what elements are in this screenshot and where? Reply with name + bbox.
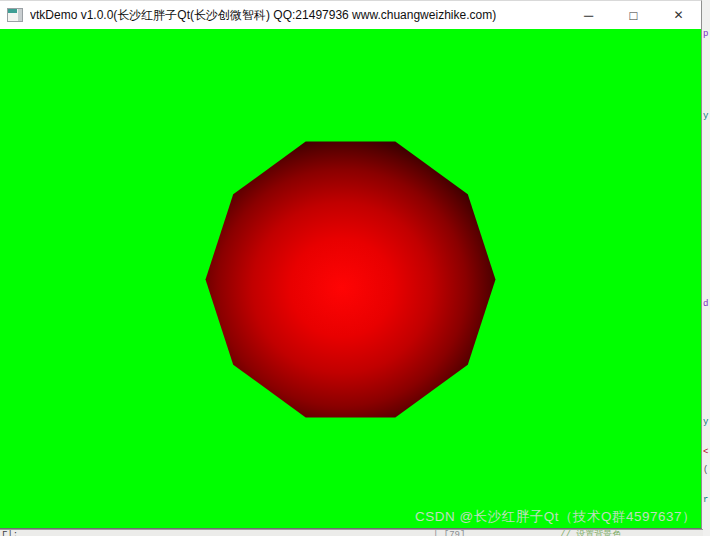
code-glyph: y bbox=[703, 418, 708, 427]
close-icon: ✕ bbox=[673, 9, 683, 21]
screenshot-root: { "window": { "title": "vtkDemo v1.0.0(长… bbox=[0, 0, 710, 536]
window-title: vtkDemo v1.0.0(长沙红胖子Qt(长沙创微智科) QQ:214979… bbox=[30, 7, 496, 24]
code-glyph: ( bbox=[703, 466, 708, 475]
code-fragment: // 设置背景色 bbox=[560, 531, 621, 536]
maximize-button[interactable]: □ bbox=[611, 1, 656, 29]
sphere-decagon bbox=[204, 140, 497, 419]
titlebar[interactable]: vtkDemo v1.0.0(长沙红胖子Qt(长沙创微智科) QQ:214979… bbox=[0, 1, 701, 29]
vtk-render-viewport[interactable]: CSDN @长沙红胖子Qt（技术Q群4597637） bbox=[0, 29, 701, 528]
code-glyph: p bbox=[703, 30, 708, 39]
app-window: vtkDemo v1.0.0(长沙红胖子Qt(长沙创微智科) QQ:214979… bbox=[0, 0, 702, 529]
background-editor-right-sliver: pydy<(r bbox=[703, 0, 710, 536]
code-glyph: < bbox=[703, 448, 708, 457]
minimize-button[interactable]: ─ bbox=[566, 1, 611, 29]
background-editor-bottom-sliver: Γ|: | [79] // 设置背景色 bbox=[0, 529, 703, 536]
code-fragment: Γ|: bbox=[2, 531, 18, 536]
sphere-polygon bbox=[206, 142, 496, 418]
app-icon bbox=[7, 8, 23, 22]
code-glyph: r bbox=[703, 496, 708, 505]
code-glyph: d bbox=[703, 300, 708, 309]
maximize-icon: □ bbox=[630, 9, 638, 22]
minimize-icon: ─ bbox=[584, 9, 593, 22]
code-fragment: | [79] bbox=[433, 531, 465, 536]
close-button[interactable]: ✕ bbox=[656, 1, 701, 29]
csdn-watermark: CSDN @长沙红胖子Qt（技术Q群4597637） bbox=[415, 508, 696, 526]
window-controls: ─ □ ✕ bbox=[566, 1, 701, 29]
code-glyph: y bbox=[703, 112, 708, 121]
